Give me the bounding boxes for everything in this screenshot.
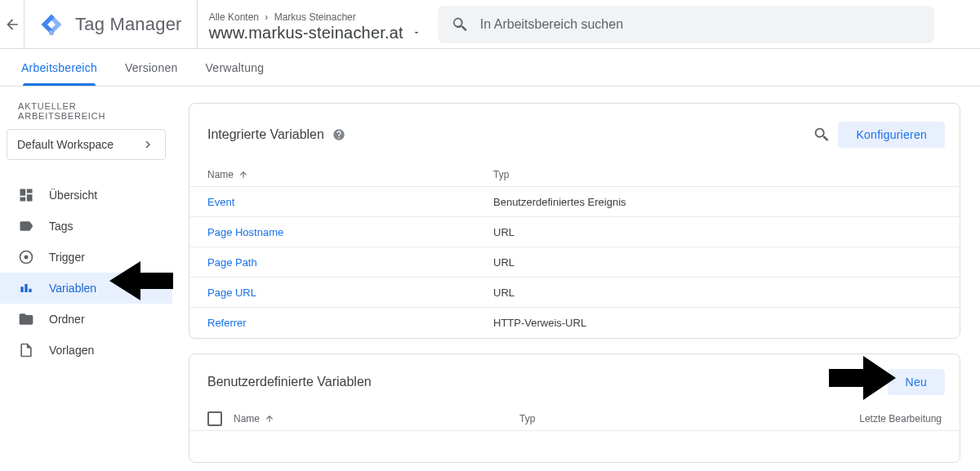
search-builtin-button[interactable] [805, 118, 838, 151]
sidebar-item-variablen[interactable]: Variablen [0, 273, 172, 304]
folder-icon [18, 311, 34, 327]
caret-down-icon [412, 28, 421, 38]
container-name: www.markus-steinacher.at [209, 24, 403, 42]
variable-link[interactable]: Page Hostname [207, 226, 493, 238]
app-title: Tag Manager [75, 14, 182, 35]
search-box[interactable] [438, 6, 934, 43]
variable-link[interactable]: Page Path [207, 256, 493, 269]
workspace-selector[interactable]: Default Workspace [7, 129, 166, 160]
workspace-section-label: AKTUELLER ARBEITSBEREICH [0, 101, 172, 129]
col-name[interactable]: Name [234, 413, 260, 424]
sidebar-item-uebersicht[interactable]: Übersicht [0, 180, 172, 211]
tab-verwaltung[interactable]: Verwaltung [203, 49, 268, 86]
sidebar-item-vorlagen[interactable]: Vorlagen [0, 335, 172, 366]
back-button[interactable] [0, 0, 24, 48]
table-row[interactable]: Page Hostname URL [189, 217, 960, 247]
col-name[interactable]: Name [207, 169, 234, 180]
dashboard-icon [18, 187, 34, 203]
tab-versionen[interactable]: Versionen [122, 49, 181, 86]
breadcrumb-root[interactable]: Alle Konten [209, 11, 259, 23]
custom-variables-card: Benutzerdefinierte Variablen Neu Name Ty… [189, 353, 960, 463]
variable-link[interactable]: Referrer [207, 317, 493, 329]
gtm-logo-icon [39, 12, 64, 37]
variable-icon [18, 280, 34, 296]
search-icon [451, 16, 469, 33]
breadcrumb-account[interactable]: Markus Steinacher [274, 11, 356, 23]
sidebar-item-trigger[interactable]: Trigger [0, 242, 172, 273]
select-all-checkbox[interactable] [207, 411, 222, 426]
variable-link[interactable]: Page URL [207, 287, 493, 299]
col-type[interactable]: Typ [493, 169, 509, 180]
container-selector[interactable]: www.markus-steinacher.at [209, 24, 421, 42]
sort-asc-icon [265, 414, 274, 424]
builtin-variables-card: Integrierte Variablen Konfigurieren Name [189, 103, 960, 339]
table-row[interactable]: Referrer HTTP-Verweis-URL [189, 308, 960, 338]
variable-type: URL [493, 256, 514, 269]
chevron-right-icon: › [265, 11, 268, 23]
sort-asc-icon [238, 170, 248, 180]
svg-point-2 [24, 255, 29, 260]
svg-point-0 [49, 29, 54, 34]
variable-link[interactable]: Event [207, 196, 493, 208]
arrow-left-icon [4, 16, 20, 33]
table-row[interactable]: Event Benutzerdefiniertes Ereignis [189, 187, 960, 217]
tab-arbeitsbereich[interactable]: Arbeitsbereich [18, 49, 100, 86]
chevron-right-icon [140, 137, 155, 152]
trigger-icon [18, 249, 34, 265]
table-row[interactable]: Page Path URL [189, 247, 960, 278]
template-icon [18, 342, 34, 358]
breadcrumb[interactable]: Alle Konten › Markus Steinacher [209, 11, 421, 23]
variable-type: URL [493, 226, 514, 238]
variable-type: Benutzerdefiniertes Ereignis [493, 196, 626, 208]
search-icon [813, 126, 831, 144]
sidebar-item-tags[interactable]: Tags [0, 211, 172, 242]
new-button[interactable]: Neu [888, 369, 945, 395]
help-icon[interactable] [332, 128, 345, 141]
tag-icon [18, 218, 34, 234]
search-input[interactable] [480, 17, 921, 32]
sidebar-item-ordner[interactable]: Ordner [0, 304, 172, 335]
col-type[interactable]: Typ [519, 413, 805, 424]
variable-type: URL [493, 287, 514, 299]
configure-button[interactable]: Konfigurieren [838, 122, 945, 148]
workspace-name: Default Workspace [17, 138, 114, 151]
variable-type: HTTP-Verweis-URL [493, 317, 586, 329]
custom-title: Benutzerdefinierte Variablen [207, 375, 372, 389]
builtin-title: Integrierte Variablen [207, 127, 324, 142]
col-last-edit[interactable]: Letzte Bearbeitung [805, 413, 942, 424]
table-row[interactable]: Page URL URL [189, 278, 960, 308]
